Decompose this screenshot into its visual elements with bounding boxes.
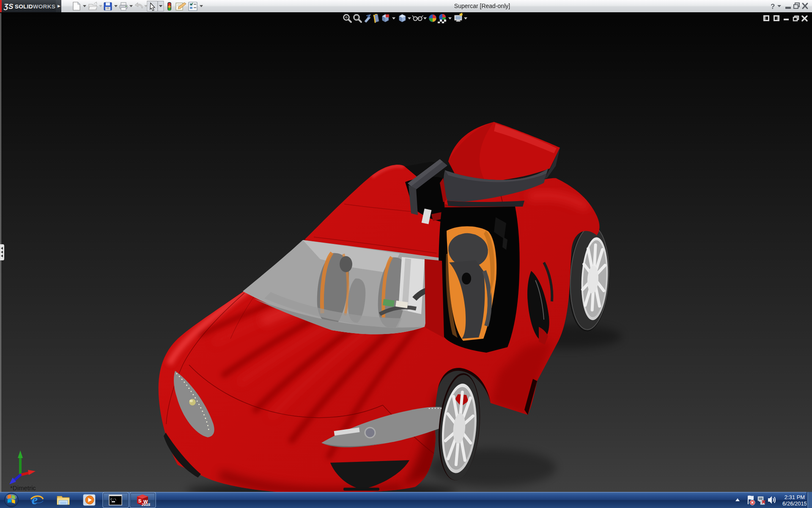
svg-text:?: ? bbox=[771, 3, 775, 11]
svg-text:*Dimetric: *Dimetric bbox=[10, 484, 36, 491]
svg-text:S: S bbox=[138, 498, 141, 503]
svg-text:2:31 PM: 2:31 PM bbox=[785, 494, 805, 500]
svg-text:2015: 2015 bbox=[141, 502, 151, 507]
svg-text:C:\: C:\ bbox=[110, 497, 117, 501]
svg-text:6/26/2015: 6/26/2015 bbox=[782, 500, 807, 507]
svg-text:e: e bbox=[32, 492, 38, 507]
